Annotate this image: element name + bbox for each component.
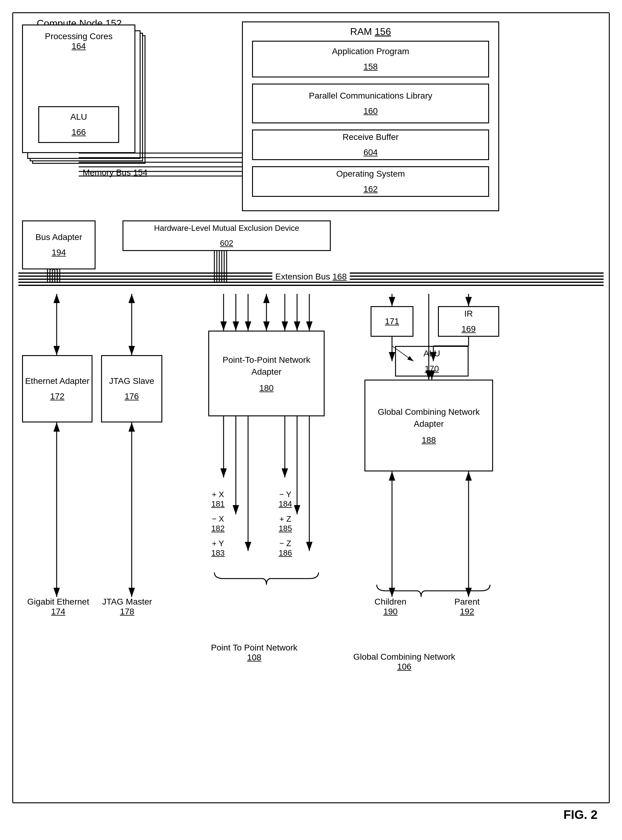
extension-bus-area: Extension Bus 168 bbox=[18, 269, 604, 294]
ram-box: RAM 156 Application Program 158 Parallel… bbox=[242, 21, 499, 211]
os-box: Operating System 162 bbox=[252, 166, 489, 197]
bus-adapter-box: Bus Adapter 194 bbox=[22, 221, 96, 269]
ir-box: IR 169 bbox=[438, 306, 499, 337]
page: Compute Node 152 RAM 156 Application Pro… bbox=[0, 0, 622, 840]
gcn-network-label: Global Combining Network 106 bbox=[337, 652, 472, 672]
hw-mutex-box: Hardware-Level Mutual Exclusion Device 6… bbox=[122, 221, 331, 251]
ethernet-adapter-box: Ethernet Adapter 172 bbox=[22, 355, 93, 423]
memory-bus-label: Memory Bus 154 bbox=[83, 168, 148, 178]
gigabit-eth-label: Gigabit Ethernet 174 bbox=[18, 597, 98, 616]
parent-label: Parent 192 bbox=[441, 597, 493, 616]
alu-166-box: ALU 166 bbox=[38, 106, 119, 143]
minus-z-label: − Z 186 bbox=[279, 539, 292, 558]
plus-x-label: + X 181 bbox=[211, 490, 224, 509]
app-program-box: Application Program 158 bbox=[252, 41, 489, 78]
parallel-lib-box: Parallel Communications Library 160 bbox=[252, 84, 489, 123]
ptp-network-label: Point To Point Network 108 bbox=[178, 643, 331, 662]
gcn-adapter-box: Global Combining Network Adapter 188 bbox=[364, 380, 493, 472]
fig-label: FIG. 2 bbox=[564, 808, 598, 822]
ptp-adapter-box: Point-To-Point Network Adapter 180 bbox=[208, 330, 325, 416]
children-label: Children 190 bbox=[360, 597, 421, 616]
minus-y-label: − Y 184 bbox=[279, 490, 292, 509]
minus-x-label: − X 182 bbox=[211, 514, 224, 533]
alu-170-box: ALU 170 bbox=[395, 346, 468, 376]
jtag-slave-box: JTAG Slave 176 bbox=[101, 355, 162, 423]
plus-z-label: + Z 185 bbox=[279, 514, 292, 533]
jtag-master-label: JTAG Master 178 bbox=[95, 597, 159, 616]
plus-y-label: + Y 183 bbox=[211, 539, 224, 558]
box-171: 171 bbox=[370, 306, 413, 337]
receive-buffer-box: Receive Buffer 604 bbox=[252, 129, 489, 160]
processing-cores-box: Processing Cores 164 ALU 166 bbox=[22, 24, 136, 153]
